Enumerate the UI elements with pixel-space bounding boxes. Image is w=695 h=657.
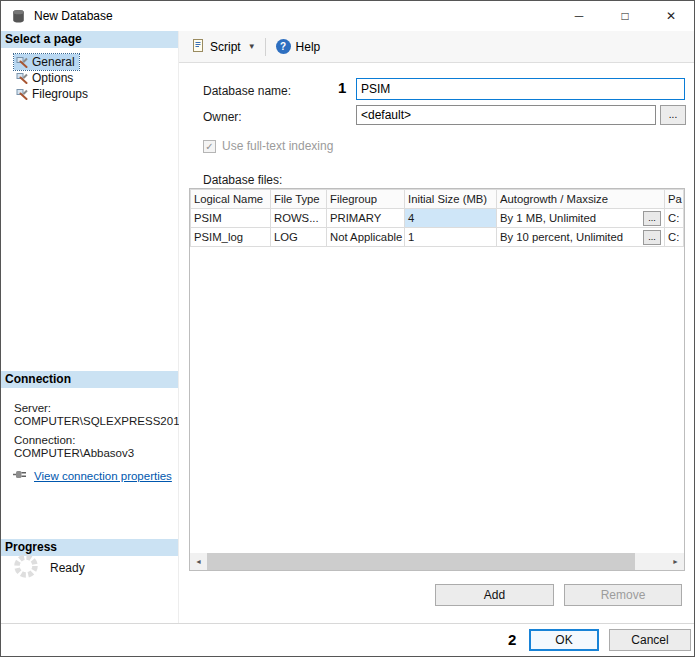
autogrowth-browse-button[interactable]: ... (643, 211, 661, 226)
table-row: PSIM ROWS... PRIMARY 4 By 1 MB, Unlimite… (191, 209, 684, 228)
general-page-content: Database name: 1 Owner: ... ✓ Use full-t… (179, 63, 694, 623)
autogrowth-browse-button[interactable]: ... (643, 230, 661, 245)
server-label: Server: (14, 402, 51, 414)
script-dropdown-button[interactable]: ▼ (245, 39, 259, 54)
sidebar-item-general[interactable]: General (14, 54, 79, 70)
cell-initial-size[interactable]: 4 (405, 209, 497, 228)
page-list: General Options (14, 54, 92, 102)
sidebar-item-label: General (32, 55, 75, 69)
scroll-left-button[interactable]: ◄ (190, 553, 207, 570)
horizontal-scrollbar: ◄ ► (190, 553, 684, 570)
database-icon (11, 9, 26, 24)
autogrowth-value: By 1 MB, Unlimited (500, 212, 596, 224)
dialog-footer: 2 OK Cancel (1, 623, 694, 656)
owner-label: Owner: (203, 110, 242, 124)
progress-status: Ready (50, 561, 85, 575)
help-label: Help (296, 40, 321, 54)
fulltext-checkbox: ✓ (203, 140, 216, 153)
fulltext-indexing-row: ✓ Use full-text indexing (203, 139, 333, 153)
cell-filegroup[interactable]: PRIMARY (327, 209, 405, 228)
help-button[interactable]: ? Help (272, 36, 325, 57)
cell-autogrowth[interactable]: By 10 percent, Unlimited ... (497, 228, 665, 247)
dialog-body: Select a page General (1, 31, 694, 623)
view-connection-properties-row: View connection properties (12, 468, 172, 484)
window-controls: ─ □ ✕ (556, 1, 694, 31)
cell-logical-name[interactable]: PSIM (191, 209, 271, 228)
sidebar-item-filegroups[interactable]: Filegroups (14, 86, 92, 102)
files-table: Logical Name File Type Filegroup Initial… (190, 189, 684, 247)
grid-header-row: Logical Name File Type Filegroup Initial… (191, 190, 684, 209)
page-icon (16, 88, 28, 100)
column-header-autogrowth: Autogrowth / Maxsize (497, 190, 665, 209)
script-label: Script (210, 40, 241, 54)
table-row: PSIM_log LOG Not Applicable 1 By 10 perc… (191, 228, 684, 247)
column-header-path: Pa (665, 190, 684, 209)
chevron-down-icon: ▼ (248, 42, 256, 51)
autogrowth-cell-content: By 10 percent, Unlimited ... (500, 230, 661, 245)
window-title: New Database (34, 9, 113, 23)
scroll-right-icon: ► (672, 558, 679, 565)
database-files-label: Database files: (203, 173, 282, 187)
owner-input[interactable] (356, 105, 656, 125)
page-icon (16, 56, 28, 68)
script-button[interactable]: Script (187, 35, 245, 59)
minimize-button[interactable]: ─ (556, 1, 602, 31)
remove-button: Remove (564, 584, 682, 606)
close-icon: ✕ (666, 9, 676, 23)
title-bar: New Database ─ □ ✕ (1, 1, 694, 31)
sidebar-item-options[interactable]: Options (14, 70, 77, 86)
progress-spinner-icon (13, 553, 39, 582)
toolbar-separator (265, 38, 266, 56)
column-header-initial-size: Initial Size (MB) (405, 190, 497, 209)
page-icon (16, 72, 28, 84)
connection-properties-icon (12, 468, 28, 484)
cell-filegroup[interactable]: Not Applicable (327, 228, 405, 247)
column-header-file-type: File Type (271, 190, 327, 209)
database-files-grid: Logical Name File Type Filegroup Initial… (189, 188, 685, 571)
connection-header: Connection (1, 371, 178, 388)
progress-row: Ready (13, 553, 85, 582)
cell-path[interactable]: C: (665, 209, 684, 228)
autogrowth-cell-content: By 1 MB, Unlimited ... (500, 211, 661, 226)
sidebar: Select a page General (1, 31, 179, 623)
sidebar-item-label: Options (32, 71, 73, 85)
select-a-page-header: Select a page (1, 31, 178, 48)
column-header-filegroup: Filegroup (327, 190, 405, 209)
maximize-icon: □ (621, 9, 628, 23)
add-button[interactable]: Add (435, 584, 554, 606)
new-database-dialog: New Database ─ □ ✕ Select a page (0, 0, 695, 657)
toolbar: Script ▼ ? Help (179, 31, 694, 63)
ok-button[interactable]: OK (529, 629, 599, 651)
maximize-button[interactable]: □ (602, 1, 648, 31)
database-name-label: Database name: (203, 84, 291, 98)
fulltext-label: Use full-text indexing (222, 139, 333, 153)
connection-value: COMPUTER\Abbasov3 (14, 447, 134, 459)
minimize-icon: ─ (575, 9, 584, 23)
script-icon (191, 38, 205, 56)
cancel-button[interactable]: Cancel (609, 629, 691, 651)
cell-path[interactable]: C: (665, 228, 684, 247)
cell-initial-size[interactable]: 1 (405, 228, 497, 247)
scroll-right-button[interactable]: ► (667, 553, 684, 570)
connection-label: Connection: (14, 434, 75, 446)
owner-browse-button[interactable]: ... (660, 105, 686, 125)
close-button[interactable]: ✕ (648, 1, 694, 31)
checkmark-icon: ✓ (205, 141, 213, 152)
scroll-left-icon: ◄ (195, 558, 202, 565)
autogrowth-value: By 10 percent, Unlimited (500, 231, 623, 243)
annotation-step-2: 2 (508, 631, 516, 648)
cell-autogrowth[interactable]: By 1 MB, Unlimited ... (497, 209, 665, 228)
database-name-input[interactable] (356, 78, 685, 100)
scrollbar-thumb[interactable] (207, 553, 635, 570)
column-header-logical-name: Logical Name (191, 190, 271, 209)
cell-file-type[interactable]: LOG (271, 228, 327, 247)
view-connection-properties-link[interactable]: View connection properties (34, 470, 172, 482)
main-panel: Script ▼ ? Help Database name: 1 Owner: … (179, 31, 694, 623)
sidebar-item-label: Filegroups (32, 87, 88, 101)
cell-logical-name[interactable]: PSIM_log (191, 228, 271, 247)
annotation-step-1: 1 (338, 79, 346, 96)
server-value: COMPUTER\SQLEXPRESS2014 (14, 415, 186, 427)
help-icon: ? (276, 39, 291, 54)
cell-file-type[interactable]: ROWS... (271, 209, 327, 228)
